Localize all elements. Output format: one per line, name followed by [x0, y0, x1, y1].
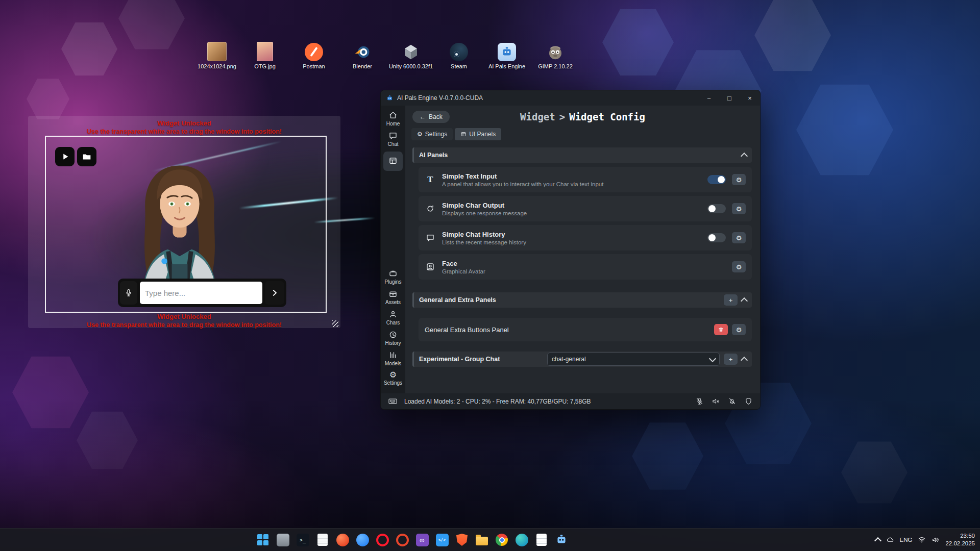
simple-chat-history-toggle[interactable] — [707, 233, 726, 242]
simple-text-input-toggle[interactable] — [707, 175, 726, 184]
mic-mute-button[interactable] — [693, 396, 706, 407]
sidebar-item-assets[interactable]: Assets — [382, 289, 404, 305]
taskbar-ai-pals[interactable] — [552, 531, 571, 549]
sidebar-item-widget[interactable] — [383, 152, 403, 171]
simple-text-input-settings-button[interactable]: ⚙ — [732, 174, 746, 185]
taskbar-visual-studio[interactable]: ∞ — [413, 531, 431, 549]
simple-char-output-settings-button[interactable]: ⚙ — [732, 203, 746, 214]
messenger-icon — [356, 534, 369, 546]
taskbar-browser-2[interactable] — [393, 531, 411, 549]
safety-shield-button[interactable] — [742, 396, 755, 407]
delete-panel-button[interactable] — [714, 324, 728, 335]
simple-chat-history-settings-button[interactable]: ⚙ — [732, 232, 746, 243]
desktop-icon-blender[interactable]: Blender — [339, 41, 385, 69]
send-button[interactable] — [265, 281, 284, 305]
play-icon — [59, 151, 70, 162]
add-general-panel-button[interactable]: + — [724, 294, 738, 306]
collapse-chevron-icon[interactable] — [741, 153, 748, 160]
sidebar-item-plugins[interactable]: Plugins — [382, 269, 404, 285]
assets-icon — [388, 289, 398, 298]
taskbar-opera[interactable] — [373, 531, 391, 549]
plus-icon: + — [729, 356, 733, 363]
visual-studio-icon: ∞ — [416, 534, 429, 546]
tab-label: Settings — [425, 131, 447, 138]
taskbar-notes-app[interactable] — [313, 531, 332, 549]
notifications-mute-button[interactable] — [725, 396, 739, 407]
sidebar-item-settings[interactable]: ⚙ Settings — [382, 371, 404, 386]
image-thumbnail-icon — [257, 42, 273, 61]
taskbar-chrome[interactable] — [493, 531, 511, 549]
back-button[interactable]: ← Back — [412, 111, 450, 123]
widget-folder-button[interactable] — [77, 147, 96, 166]
collapse-chevron-icon[interactable] — [741, 297, 748, 305]
panel-list: AI Panels T Simple Text Input A panel th… — [405, 140, 760, 393]
language-indicator[interactable]: ENG — [900, 537, 913, 543]
desktop-icon-image-file[interactable]: 1024x1024.png — [194, 41, 240, 69]
desktop-icon-postman[interactable]: Postman — [291, 41, 337, 69]
desktop-icon-gimp[interactable]: GIMP 2.10.22 — [532, 41, 578, 69]
mic-button[interactable] — [120, 281, 137, 305]
widget-panels-icon — [388, 156, 398, 165]
show-hidden-icons-chevron[interactable] — [874, 537, 881, 544]
taskbar-file-explorer[interactable] — [274, 531, 292, 549]
section-general-panels-header[interactable]: General and Extra Panels + — [412, 292, 752, 308]
minimize-button[interactable]: − — [699, 90, 719, 106]
tab-ui-panels[interactable]: UI Panels — [455, 128, 501, 140]
taskbar-messenger[interactable] — [353, 531, 372, 549]
close-button[interactable]: × — [740, 90, 760, 106]
volume-icon[interactable] — [932, 536, 940, 544]
ai-pals-robot-icon — [555, 533, 568, 546]
panel-card-simple-char-output: Simple Char Output Displays one response… — [419, 196, 752, 221]
taskbar-brave[interactable] — [453, 531, 471, 549]
widget-resize-handle[interactable] — [332, 320, 338, 327]
windows-logo-icon — [257, 534, 268, 545]
sidebar-item-home[interactable]: Home — [382, 111, 404, 127]
taskbar-vscode[interactable]: </> — [433, 531, 451, 549]
add-group-chat-button[interactable]: + — [724, 354, 738, 365]
back-button-label: Back — [429, 113, 443, 120]
widget-text-input[interactable] — [140, 282, 262, 304]
group-chat-dropdown[interactable]: chat-general — [547, 353, 720, 366]
taskbar-teal-app[interactable] — [512, 531, 531, 549]
taskbar-opera-gx[interactable] — [333, 531, 352, 549]
widget-play-button[interactable] — [55, 147, 75, 166]
desktop-icon-label: Steam — [436, 63, 482, 69]
speaker-mute-button[interactable] — [709, 396, 722, 407]
section-ai-panels-header[interactable]: AI Panels — [412, 147, 752, 163]
desktop-icon-ai-pals[interactable]: AI Pals Engine — [484, 41, 530, 69]
brave-icon — [456, 534, 468, 546]
taskbar-terminal[interactable]: >_ — [293, 531, 312, 549]
widget-drag-area[interactable]: Widget Unlocked Use the transparent whit… — [28, 116, 340, 328]
taskbar: >_ ∞ </> ENG 23:50 22.02.2025 — [0, 528, 980, 551]
sidebar-item-chars[interactable]: Chars — [382, 310, 404, 325]
panel-description: Displays one response message — [442, 210, 701, 216]
tab-settings[interactable]: ⚙ Settings — [411, 128, 453, 140]
section-experimental-header[interactable]: Experimental - Group Chat chat-general + — [412, 352, 752, 367]
panel-description: Graphical Avatar — [442, 268, 726, 274]
clock-date: 22.02.2025 — [945, 540, 975, 547]
microphone-muted-icon — [695, 397, 704, 406]
wifi-icon[interactable] — [918, 536, 926, 544]
postman-icon — [305, 43, 323, 61]
virtual-keyboard-button[interactable] — [386, 396, 399, 407]
sidebar-item-models[interactable]: Models — [382, 350, 404, 366]
desktop-icon-unity[interactable]: Unity 6000.0.32f1 — [388, 41, 434, 69]
sidebar-item-chat[interactable]: Chat — [382, 131, 404, 147]
maximize-button[interactable]: □ — [719, 90, 740, 106]
breadcrumb: Widget>Widget Config — [405, 111, 760, 122]
taskbar-folder[interactable] — [473, 531, 491, 549]
collapse-chevron-icon[interactable] — [741, 357, 748, 364]
panel-title: Simple Text Input — [442, 172, 701, 180]
tray-cloud-icon[interactable] — [886, 536, 894, 544]
desktop-icon-otg-jpg[interactable]: OTG.jpg — [242, 41, 288, 69]
general-panel-settings-button[interactable]: ⚙ — [732, 324, 746, 335]
simple-char-output-toggle[interactable] — [707, 204, 726, 213]
taskbar-notepad[interactable] — [532, 531, 551, 549]
face-settings-button[interactable]: ⚙ — [732, 261, 746, 272]
plus-icon: + — [729, 296, 733, 304]
taskbar-clock[interactable]: 23:50 22.02.2025 — [945, 532, 975, 547]
titlebar[interactable]: AI Pals Engine V-0.7.0.0-CUDA − □ × — [381, 90, 760, 106]
desktop-icon-steam[interactable]: Steam — [436, 41, 482, 69]
start-button[interactable] — [254, 531, 272, 549]
sidebar-item-history[interactable]: History — [382, 330, 404, 346]
